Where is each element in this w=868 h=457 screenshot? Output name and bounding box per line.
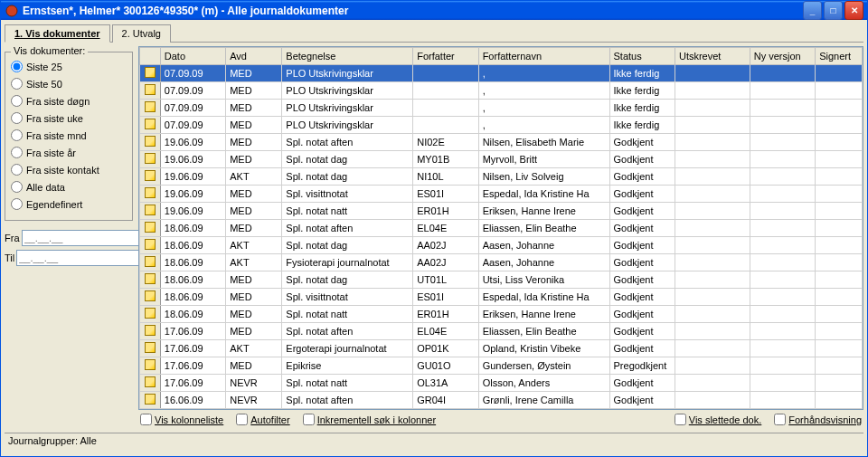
- cell-forf: NI02E: [413, 134, 478, 151]
- table-row[interactable]: 07.09.09MEDPLO Utskrivingsklar,Ikke ferd…: [140, 117, 863, 134]
- cell-forf: OL31A: [413, 375, 478, 392]
- table-row[interactable]: 07.09.09MEDPLO Utskrivingsklar,Ikke ferd…: [140, 100, 863, 117]
- radio-alle-data[interactable]: Alle data: [11, 178, 127, 195]
- vis-dokumenter-group: Vis dokumenter: Siste 25 Siste 50 Fra si…: [5, 52, 133, 221]
- cell-nav: Myrvoll, Britt: [478, 151, 609, 168]
- table-row[interactable]: 18.06.09MEDSpl. notat dagUT01LUtsi, Liss…: [140, 271, 863, 289]
- table-row[interactable]: 17.06.09AKTErgoterapi journalnotatOP01KO…: [140, 340, 863, 357]
- radio-egendefinert[interactable]: Egendefinert: [11, 195, 127, 213]
- tab-vis-dokumenter[interactable]: 1. Vis dokumenter: [5, 24, 110, 43]
- fra-label: Fra: [5, 233, 20, 243]
- cell-stat: Ikke ferdig: [609, 117, 675, 134]
- cell-nyv: [750, 254, 815, 271]
- document-icon: [145, 273, 156, 284]
- cell-bet: Spl. notat dag: [282, 237, 413, 254]
- chk-forhandsvisning[interactable]: Forhåndsvisning: [774, 414, 862, 425]
- cell-nyv: [750, 271, 815, 289]
- cell-dato: 18.06.09: [160, 237, 225, 254]
- radio-siste-25[interactable]: Siste 25: [11, 58, 127, 75]
- document-icon: [145, 394, 156, 405]
- cell-forf: OP01K: [413, 340, 478, 357]
- col-icon-header[interactable]: [140, 48, 161, 65]
- cell-sig: [816, 271, 863, 289]
- sidebar: Vis dokumenter: Siste 25 Siste 50 Fra si…: [5, 46, 133, 429]
- chk-vis-kolonneliste[interactable]: Vis kolonneliste: [140, 414, 223, 425]
- col-signert-header[interactable]: Signert: [816, 48, 863, 65]
- radio-fra-siste-ar[interactable]: Fra siste år: [11, 144, 127, 161]
- cell-dato: 07.09.09: [160, 65, 225, 82]
- col-avd-header[interactable]: Avd: [226, 48, 282, 65]
- table-row[interactable]: 19.06.09MEDSpl. notat dagMY01BMyrvoll, B…: [140, 151, 863, 168]
- table-row[interactable]: 16.06.09NEVRSpl. notat aftenGR04IGrønli,…: [140, 392, 863, 409]
- table-row[interactable]: 17.06.09MEDSpl. notat aftenEL04EEliassen…: [140, 323, 863, 340]
- table-row[interactable]: 18.06.09AKTFysioterapi journalnotatAA02J…: [140, 254, 863, 271]
- cell-uts: [675, 100, 750, 117]
- cell-sig: [816, 237, 863, 254]
- cell-stat: Godkjent: [609, 271, 675, 289]
- cell-bet: Spl. notat dag: [282, 168, 413, 186]
- radio-siste-50[interactable]: Siste 50: [11, 75, 127, 92]
- cell-forf: [413, 65, 478, 82]
- table-row[interactable]: 07.09.09MEDPLO Utskrivingsklar,Ikke ferd…: [140, 82, 863, 100]
- cell-nav: Gundersen, Øystein: [478, 357, 609, 375]
- cell-bet: Spl. notat natt: [282, 375, 413, 392]
- chk-inkrementell[interactable]: Inkrementell søk i kolonner: [303, 414, 436, 425]
- document-icon: [145, 239, 156, 250]
- document-icon: [145, 170, 156, 181]
- document-icon: [145, 222, 156, 233]
- table-row[interactable]: 18.06.09MEDSpl. notat aftenEL04EEliassen…: [140, 220, 863, 237]
- table-row[interactable]: 07.09.09MEDPLO Utskrivingsklar,Ikke ferd…: [140, 65, 863, 82]
- cell-forf: UT01L: [413, 271, 478, 289]
- cell-forf: MY01B: [413, 151, 478, 168]
- table-row[interactable]: 19.06.09MEDSpl. notat nattER01HEriksen, …: [140, 203, 863, 220]
- col-utskrevet-header[interactable]: Utskrevet: [675, 48, 750, 65]
- cell-sig: [816, 254, 863, 271]
- chk-vis-slettede[interactable]: Vis slettede dok.: [675, 414, 762, 425]
- radio-fra-siste-uke[interactable]: Fra siste uke: [11, 109, 127, 127]
- cell-avd: MED: [226, 289, 282, 306]
- documents-table-wrap[interactable]: Dato Avd Betegnelse Forfatter Forfattern…: [138, 46, 863, 410]
- radio-fra-siste-dogn[interactable]: Fra siste døgn: [11, 92, 127, 109]
- til-date-input[interactable]: [16, 250, 146, 266]
- table-row[interactable]: 18.06.09MEDSpl. notat nattER01HEriksen, …: [140, 306, 863, 323]
- cell-nyv: [750, 289, 815, 306]
- table-row[interactable]: 19.06.09AKTSpl. notat dagNI10LNilsen, Li…: [140, 168, 863, 186]
- table-row[interactable]: 18.06.09AKTSpl. notat dagAA02JAasen, Joh…: [140, 237, 863, 254]
- cell-stat: Godkjent: [609, 289, 675, 306]
- cell-stat: Godkjent: [609, 220, 675, 237]
- cell-bet: PLO Utskrivingsklar: [282, 82, 413, 100]
- cell-stat: Godkjent: [609, 375, 675, 392]
- col-status-header[interactable]: Status: [609, 48, 675, 65]
- table-row[interactable]: 17.06.09MEDEpikriseGU01OGundersen, Øyste…: [140, 357, 863, 375]
- cell-forf: EL04E: [413, 220, 478, 237]
- cell-bet: Ergoterapi journalnotat: [282, 340, 413, 357]
- cell-dato: 18.06.09: [160, 254, 225, 271]
- minimize-button[interactable]: _: [803, 1, 822, 20]
- col-betegnelse-header[interactable]: Betegnelse: [282, 48, 413, 65]
- cell-nav: Eliassen, Elin Beathe: [478, 323, 609, 340]
- col-ny-versjon-header[interactable]: Ny versjon: [750, 48, 815, 65]
- cell-uts: [675, 203, 750, 220]
- col-forfatter-header[interactable]: Forfatter: [413, 48, 478, 65]
- cell-stat: Godkjent: [609, 340, 675, 357]
- col-forfatternavn-header[interactable]: Forfatternavn: [478, 48, 609, 65]
- cell-forf: [413, 82, 478, 100]
- document-icon: [145, 342, 156, 353]
- table-row[interactable]: 17.06.09NEVRSpl. notat nattOL31AOlsson, …: [140, 375, 863, 392]
- cell-uts: [675, 117, 750, 134]
- cell-nav: ,: [478, 65, 609, 82]
- tab-utvalg[interactable]: 2. Utvalg: [112, 24, 171, 43]
- cell-dato: 18.06.09: [160, 220, 225, 237]
- col-dato-header[interactable]: Dato: [160, 48, 225, 65]
- fra-date-input[interactable]: [22, 230, 152, 246]
- table-row[interactable]: 19.06.09MEDSpl. notat aftenNI02ENilsen, …: [140, 134, 863, 151]
- close-button[interactable]: ✕: [844, 1, 863, 20]
- chk-autofilter[interactable]: Autofilter: [236, 414, 289, 425]
- radio-fra-siste-mnd[interactable]: Fra siste mnd: [11, 127, 127, 144]
- cell-nav: Aasen, Johanne: [478, 254, 609, 271]
- maximize-button[interactable]: □: [824, 1, 843, 20]
- radio-fra-siste-kontakt[interactable]: Fra siste kontakt: [11, 161, 127, 178]
- cell-avd: AKT: [226, 237, 282, 254]
- table-row[interactable]: 19.06.09MEDSpl. visittnotatES01IEspedal,…: [140, 186, 863, 203]
- table-row[interactable]: 18.06.09MEDSpl. visittnotatES01IEspedal,…: [140, 289, 863, 306]
